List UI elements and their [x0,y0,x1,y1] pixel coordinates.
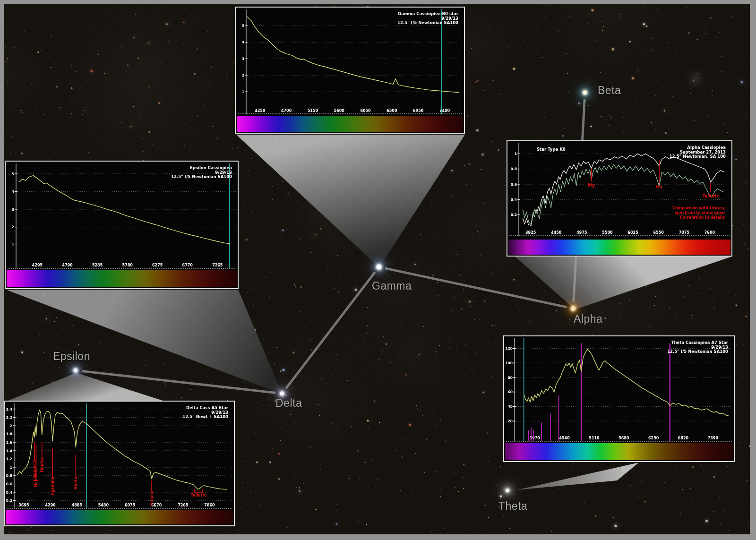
alpha-spectrum-chart-panel: 0.20.40.60.81392544504975550060256550707… [507,140,732,257]
svg-text:7265: 7265 [178,503,189,507]
star-gamma [377,265,382,270]
svg-text:1: 1 [12,243,14,247]
svg-text:1.4: 1.4 [6,449,12,453]
frame-right [750,0,756,540]
epsilon-chart-title-line: Epsilon Cassiopiea [190,165,232,170]
theta-chart-plot: 2040608010012039704540511056806250682073… [505,337,733,442]
svg-text:Mg: Mg [588,183,595,188]
svg-text:0.2: 0.2 [6,498,12,503]
star-epsilon [74,369,78,373]
constellation-line-delta-gamma [287,273,375,388]
svg-text:1.6: 1.6 [6,440,12,445]
star-delta [280,392,284,396]
svg-text:5150: 5150 [308,109,318,113]
svg-text:2.2: 2.2 [6,415,12,420]
gamma-chart-title-line: 12.5" f/5 Newtonian SA100 [397,20,458,25]
theta-chart-title-line: Theta Cassiopiea A7 Star [671,340,729,345]
svg-text:7860: 7860 [204,503,215,507]
star-label-theta: Theta [498,500,527,513]
svg-text:6820: 6820 [678,436,689,440]
svg-text:Hα: Hα [656,184,662,189]
theta-chart-title-line: 9/29/13 [711,345,728,350]
svg-text:6250: 6250 [648,436,659,440]
svg-text:5: 5 [12,172,14,176]
star-alpha [571,306,576,311]
svg-text:5285: 5285 [92,263,103,267]
alpha-spectrum-colorbar [508,240,730,255]
svg-text:3: 3 [12,207,14,212]
callout-wedge-gamma-wedge [236,135,465,267]
delta-spectrum-chart-panel: 0.20.40.60.811.21.41.61.822.22.436954290… [4,401,235,526]
gamma-spectrum-colorbar [237,116,463,132]
svg-text:1: 1 [515,152,517,156]
gamma-spectrum-chart-panel: 1234542504700515056006050650069507400Gam… [235,7,465,134]
svg-text:Hepsilon: Hepsilon [34,468,38,487]
svg-text:0.4: 0.4 [511,197,517,202]
svg-text:4975: 4975 [576,231,587,235]
svg-text:2: 2 [12,225,14,229]
svg-text:5480: 5480 [98,503,109,507]
svg-text:1: 1 [242,90,244,94]
callout-wedge-alpha-wedge [515,257,732,309]
svg-text:2: 2 [242,73,244,77]
gamma-chart-title-line: Gamma Cassiopiea B0 star [398,11,459,16]
svg-text:4250: 4250 [255,109,266,113]
svg-text:4790: 4790 [62,263,73,267]
alpha-chart-title-line: September 27, 2013 [680,150,726,154]
svg-text:Telluric: Telluric [191,493,206,497]
svg-text:Halpha: Halpha [150,490,154,506]
frame-left [0,0,4,540]
star-beta [583,91,587,95]
star-label-beta: Beta [598,84,621,97]
svg-text:20: 20 [508,419,513,423]
svg-text:5500: 5500 [602,231,613,235]
theta-chart-title-line: 12.5" f/5 Newtonian SA100 [667,349,728,354]
theta-spectrum-chart-panel: 2040608010012039704540511056806250682073… [503,335,735,462]
alpha-chart-title-line: Alpha Cassiopiea [687,145,726,150]
svg-text:2.4: 2.4 [6,407,12,411]
svg-text:1.8: 1.8 [6,432,12,436]
alpha-comparison-note-line: Correlation in details [680,215,725,220]
svg-text:7390: 7390 [708,436,719,440]
svg-text:0.8: 0.8 [511,167,517,171]
svg-text:1: 1 [10,465,12,470]
svg-text:Hgamma: Hgamma [51,477,55,496]
epsilon-spectrum-colorbar [7,270,237,287]
svg-text:7600: 7600 [704,231,715,235]
star-label-delta: Delta [275,397,302,410]
frame-top [0,0,756,4]
epsilon-chart-plot: 123454295479052855780627567707265Epsilon… [7,163,237,269]
svg-text:4700: 4700 [281,109,292,113]
svg-text:4885: 4885 [72,503,83,507]
epsilon-chart-title-line: 9/29/13 [215,170,232,175]
svg-text:Hbeta: Hbeta [74,477,78,489]
delta-chart-title-line: Delta Cass A5 Star [186,405,229,410]
svg-text:5: 5 [242,24,244,28]
svg-text:6950: 6950 [413,109,424,113]
svg-text:40: 40 [508,404,513,409]
star-label-gamma: Gamma [372,280,412,292]
svg-text:6550: 6550 [653,231,664,235]
star-label-alpha: Alpha [574,313,602,326]
svg-text:6770: 6770 [182,263,193,267]
svg-text:80: 80 [508,376,513,380]
svg-text:100: 100 [505,361,513,365]
gamma-chart-plot: 1234542504700515056006050650069507400Gam… [237,9,463,115]
svg-text:60: 60 [508,390,513,394]
alpha-star-type-label: Star Type K0 [537,147,566,152]
svg-text:0.4: 0.4 [6,490,12,495]
alpha-comparison-note-line: Comparison with Library [672,206,725,210]
svg-text:4: 4 [242,40,244,44]
epsilon-chart-title-line: 12.5" f/5 Newtonian SA100 [171,174,232,179]
gamma-chart-title-line: 9/29/13 [441,16,458,21]
svg-text:6500: 6500 [387,109,397,113]
svg-text:3: 3 [242,57,244,61]
cassiopeia-annotated-photo: Beta Gamma Alpha Epsilon Delta Theta 123… [0,0,756,540]
delta-chart-title-line: 12.5" Newt + SA100 [182,414,228,419]
alpha-chart-plot: 0.20.40.60.81392544504975550060256550707… [508,142,730,237]
svg-text:0.8: 0.8 [6,473,12,478]
svg-text:Telluric: Telluric [703,194,719,198]
svg-text:120: 120 [505,346,513,351]
svg-text:7075: 7075 [679,231,690,235]
svg-text:6075: 6075 [125,503,136,507]
